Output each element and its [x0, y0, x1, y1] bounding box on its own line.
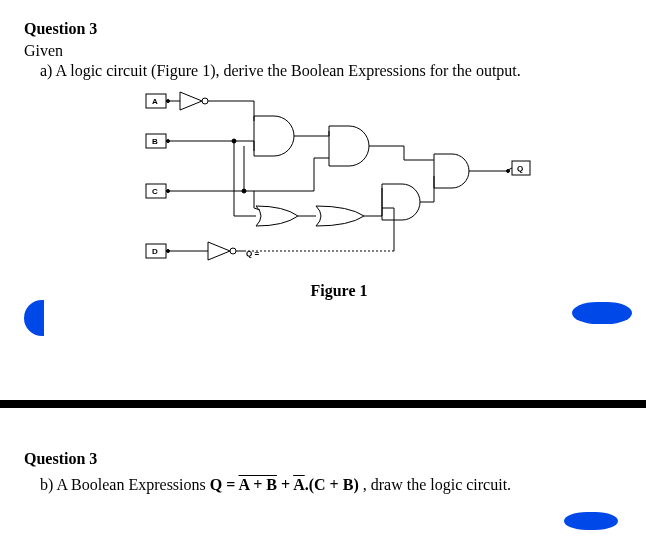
svg-point-10	[167, 190, 170, 193]
question-header: Question 3	[24, 20, 622, 38]
svg-point-8	[167, 140, 170, 143]
part-b-suffix: , draw the logic circuit.	[359, 476, 511, 493]
output-q-label: Q	[517, 164, 523, 173]
eq-q: Q =	[210, 476, 239, 493]
eq-term1: A + B	[238, 476, 276, 493]
question-header-b: Question 3	[24, 450, 622, 468]
part-a-text: a) A logic circuit (Figure 1), derive th…	[40, 62, 622, 80]
logic-circuit-figure: A B C D Q Q =	[144, 88, 534, 278]
annotation-scribble-b	[564, 512, 618, 530]
section-divider	[0, 400, 646, 408]
feedback-q-label: Q =	[246, 249, 259, 258]
svg-point-19	[232, 139, 236, 143]
given-label: Given	[24, 42, 622, 60]
eq-abar: A	[293, 476, 305, 493]
part-b-text: b) A Boolean Expressions Q = A + B + A.(…	[40, 476, 622, 494]
svg-point-6	[167, 100, 170, 103]
annotation-scribble	[572, 302, 632, 324]
annotation-edge	[24, 300, 44, 336]
part-b-prefix: b) A Boolean Expressions	[40, 476, 210, 493]
input-c-label: C	[152, 187, 158, 196]
question-3b-block: Question 3 b) A Boolean Expressions Q = …	[24, 450, 622, 494]
input-a-label: A	[152, 97, 158, 106]
eq-term2: .(C + B)	[305, 476, 359, 493]
svg-point-12	[167, 250, 170, 253]
input-b-label: B	[152, 137, 158, 146]
figure-caption: Figure 1	[144, 282, 534, 300]
eq-plus: +	[277, 476, 293, 493]
input-d-label: D	[152, 247, 158, 256]
